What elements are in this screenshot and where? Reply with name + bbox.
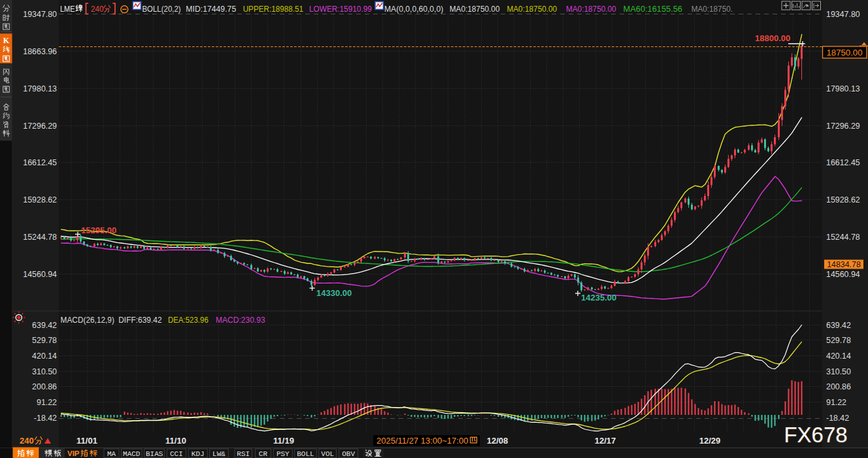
- svg-text:529.78: 529.78: [32, 336, 57, 345]
- svg-text:240: 240: [91, 4, 104, 14]
- svg-text:LOWER:15910.99: LOWER:15910.99: [309, 5, 372, 14]
- svg-text:15244.78: 15244.78: [23, 233, 57, 242]
- svg-text:16612.45: 16612.45: [826, 158, 860, 167]
- svg-text:14834.78: 14834.78: [827, 260, 861, 269]
- svg-text:OBV: OBV: [342, 450, 355, 458]
- svg-text:KDJ: KDJ: [192, 450, 205, 458]
- svg-text:15295.00: 15295.00: [81, 225, 116, 235]
- svg-text:18663.96: 18663.96: [23, 47, 57, 56]
- svg-text:639.42: 639.42: [826, 321, 851, 330]
- svg-text:200.86: 200.86: [826, 382, 851, 391]
- svg-text:11/10: 11/10: [165, 436, 186, 446]
- svg-text:BIAS: BIAS: [146, 450, 163, 458]
- svg-text:FX678: FX678: [784, 423, 847, 447]
- svg-text:LW&: LW&: [212, 450, 225, 458]
- svg-text:BOLL: BOLL: [297, 450, 314, 458]
- svg-text:17980.13: 17980.13: [826, 84, 860, 93]
- svg-text:91.22: 91.22: [826, 398, 846, 407]
- svg-text:12/29: 12/29: [699, 436, 721, 446]
- svg-text:18800.00: 18800.00: [755, 33, 790, 43]
- svg-text:18750.00: 18750.00: [826, 48, 862, 57]
- svg-text:MA0:18750.00: MA0:18750.00: [507, 5, 557, 14]
- svg-text:14560.94: 14560.94: [23, 270, 57, 279]
- svg-text:19347.80: 19347.80: [23, 10, 57, 19]
- svg-text:310.50: 310.50: [826, 367, 851, 376]
- svg-text:CR: CR: [259, 450, 268, 458]
- svg-text:MACD:230.93: MACD:230.93: [216, 316, 265, 325]
- svg-text:14560.94: 14560.94: [826, 270, 860, 279]
- svg-text:17296.29: 17296.29: [23, 122, 57, 131]
- svg-text:14330.00: 14330.00: [316, 288, 352, 298]
- svg-text:UPPER:18988.51: UPPER:18988.51: [243, 5, 303, 14]
- svg-text:MA: MA: [107, 450, 116, 458]
- svg-text:MACD: MACD: [123, 450, 141, 458]
- svg-text:CCI: CCI: [170, 450, 183, 458]
- svg-text:VIP: VIP: [67, 450, 80, 457]
- svg-text:15244.78: 15244.78: [826, 233, 860, 242]
- svg-text:17980.13: 17980.13: [23, 84, 57, 93]
- svg-text:2025/11/27 13:00~17:00: 2025/11/27 13:00~17:00: [376, 436, 468, 446]
- svg-text:12/08: 12/08: [487, 436, 509, 446]
- svg-text:91.22: 91.22: [37, 398, 57, 407]
- svg-text:420.14: 420.14: [826, 352, 851, 361]
- svg-text:12/17: 12/17: [595, 436, 616, 446]
- svg-text:17296.29: 17296.29: [826, 122, 860, 131]
- svg-text:DIFF:639.42: DIFF:639.42: [118, 316, 162, 325]
- svg-text:K: K: [3, 36, 10, 45]
- svg-text:MID:17449.75: MID:17449.75: [186, 5, 236, 14]
- svg-text:MA60:16155.56: MA60:16155.56: [624, 5, 683, 14]
- svg-text:420.14: 420.14: [32, 352, 57, 361]
- svg-text:MA(0,0,0,60,0,0): MA(0,0,0,60,0,0): [384, 5, 443, 14]
- svg-text:16612.45: 16612.45: [23, 158, 57, 167]
- svg-text:19347.80: 19347.80: [826, 10, 860, 19]
- svg-text:VOL: VOL: [321, 450, 334, 458]
- svg-text:MA0:18750.00: MA0:18750.00: [450, 5, 500, 14]
- svg-text:15928.62: 15928.62: [826, 195, 860, 204]
- svg-text:-18.42: -18.42: [34, 414, 57, 423]
- svg-text:MA0:18750.00: MA0:18750.00: [566, 5, 616, 14]
- svg-text:PSY: PSY: [276, 450, 290, 458]
- svg-text:15928.62: 15928.62: [23, 195, 57, 204]
- svg-text:BOLL(20,2): BOLL(20,2): [142, 5, 180, 14]
- svg-text:-18.42: -18.42: [826, 414, 849, 423]
- svg-text:529.78: 529.78: [826, 336, 851, 345]
- svg-text:MA0:18750.: MA0:18750.: [692, 5, 733, 14]
- svg-text:310.50: 310.50: [32, 367, 57, 376]
- svg-text:200.86: 200.86: [32, 382, 57, 391]
- svg-text:639.42: 639.42: [32, 321, 57, 330]
- svg-text:LME: LME: [60, 4, 75, 14]
- svg-text:11/01: 11/01: [76, 436, 97, 446]
- svg-text:240: 240: [20, 436, 34, 446]
- svg-text:14235.00: 14235.00: [581, 293, 616, 303]
- svg-text:RSI: RSI: [237, 450, 250, 458]
- svg-text:MACD(26,12,9): MACD(26,12,9): [61, 316, 114, 325]
- svg-text:DEA:523.96: DEA:523.96: [168, 316, 209, 325]
- svg-text:11/19: 11/19: [273, 436, 294, 446]
